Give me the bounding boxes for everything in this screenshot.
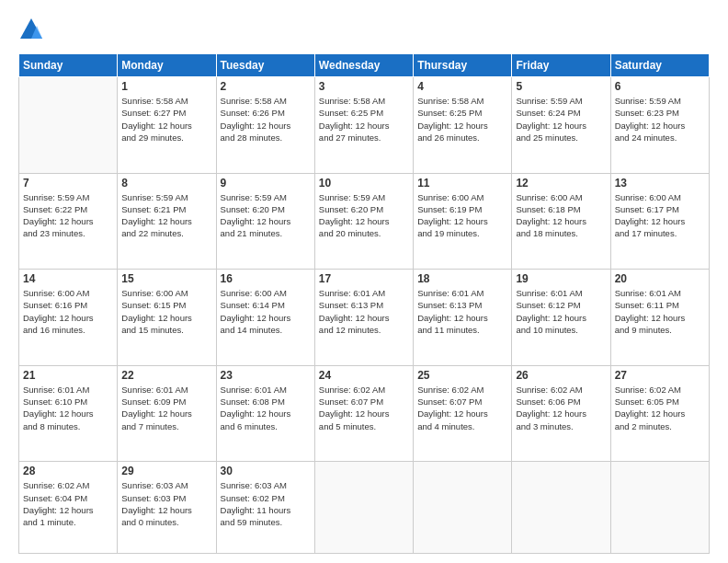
header [18, 17, 710, 42]
day-info: Sunrise: 6:00 AM Sunset: 6:19 PM Dayligh… [417, 191, 507, 240]
day-number: 7 [23, 177, 113, 190]
calendar-cell: 13Sunrise: 6:00 AM Sunset: 6:17 PM Dayli… [610, 173, 709, 270]
calendar-week-row: 1Sunrise: 5:58 AM Sunset: 6:27 PM Daylig… [19, 77, 710, 174]
day-info: Sunrise: 6:02 AM Sunset: 6:07 PM Dayligh… [319, 384, 409, 432]
day-number: 1 [121, 80, 211, 93]
day-info: Sunrise: 5:59 AM Sunset: 6:21 PM Dayligh… [121, 191, 211, 240]
day-info: Sunrise: 6:00 AM Sunset: 6:18 PM Dayligh… [516, 191, 606, 240]
day-number: 13 [615, 177, 705, 190]
day-info: Sunrise: 5:59 AM Sunset: 6:23 PM Dayligh… [615, 95, 705, 144]
day-info: Sunrise: 6:03 AM Sunset: 6:02 PM Dayligh… [221, 479, 311, 528]
calendar-cell: 17Sunrise: 6:01 AM Sunset: 6:13 PM Dayli… [314, 270, 413, 366]
calendar-cell: 30Sunrise: 6:03 AM Sunset: 6:02 PM Dayli… [216, 462, 314, 554]
day-number: 15 [121, 272, 211, 285]
calendar-cell: 11Sunrise: 6:00 AM Sunset: 6:19 PM Dayli… [414, 173, 512, 270]
day-info: Sunrise: 6:02 AM Sunset: 6:05 PM Dayligh… [615, 384, 705, 432]
calendar-cell [610, 462, 709, 554]
calendar-cell: 23Sunrise: 6:01 AM Sunset: 6:08 PM Dayli… [216, 365, 314, 462]
day-number: 30 [221, 465, 311, 477]
logo [18, 17, 48, 42]
day-info: Sunrise: 5:58 AM Sunset: 6:25 PM Dayligh… [417, 95, 507, 144]
day-number: 2 [221, 80, 311, 93]
day-info: Sunrise: 6:01 AM Sunset: 6:08 PM Dayligh… [221, 384, 311, 432]
day-info: Sunrise: 6:00 AM Sunset: 6:14 PM Dayligh… [221, 287, 311, 336]
calendar-cell: 22Sunrise: 6:01 AM Sunset: 6:09 PM Dayli… [118, 365, 216, 462]
calendar-cell: 20Sunrise: 6:01 AM Sunset: 6:11 PM Dayli… [610, 270, 709, 366]
day-number: 21 [23, 369, 113, 382]
day-number: 3 [319, 80, 409, 93]
calendar-cell: 14Sunrise: 6:00 AM Sunset: 6:16 PM Dayli… [19, 270, 118, 366]
day-number: 14 [23, 272, 113, 285]
calendar-week-row: 7Sunrise: 5:59 AM Sunset: 6:22 PM Daylig… [19, 173, 710, 270]
calendar-cell: 24Sunrise: 6:02 AM Sunset: 6:07 PM Dayli… [314, 365, 413, 462]
day-info: Sunrise: 5:59 AM Sunset: 6:20 PM Dayligh… [319, 191, 409, 240]
day-info: Sunrise: 5:58 AM Sunset: 6:25 PM Dayligh… [319, 95, 409, 144]
day-info: Sunrise: 6:01 AM Sunset: 6:13 PM Dayligh… [319, 287, 409, 336]
day-number: 10 [319, 177, 409, 190]
day-info: Sunrise: 6:00 AM Sunset: 6:17 PM Dayligh… [615, 191, 705, 240]
calendar-cell: 21Sunrise: 6:01 AM Sunset: 6:10 PM Dayli… [19, 365, 118, 462]
logo-icon [18, 17, 44, 42]
day-number: 5 [516, 80, 606, 93]
day-info: Sunrise: 5:59 AM Sunset: 6:22 PM Dayligh… [23, 191, 113, 240]
day-number: 20 [615, 272, 705, 285]
calendar-cell: 2Sunrise: 5:58 AM Sunset: 6:26 PM Daylig… [216, 77, 314, 174]
calendar-cell: 19Sunrise: 6:01 AM Sunset: 6:12 PM Dayli… [512, 270, 610, 366]
day-number: 12 [516, 177, 606, 190]
calendar-week-row: 21Sunrise: 6:01 AM Sunset: 6:10 PM Dayli… [19, 365, 710, 462]
day-info: Sunrise: 5:58 AM Sunset: 6:26 PM Dayligh… [221, 95, 311, 144]
day-header-saturday: Saturday [610, 54, 709, 77]
day-header-thursday: Thursday [414, 54, 512, 77]
day-info: Sunrise: 6:02 AM Sunset: 6:07 PM Dayligh… [417, 384, 507, 432]
calendar-cell: 7Sunrise: 5:59 AM Sunset: 6:22 PM Daylig… [19, 173, 118, 270]
calendar-header-row: SundayMondayTuesdayWednesdayThursdayFrid… [19, 54, 710, 77]
calendar-week-row: 14Sunrise: 6:00 AM Sunset: 6:16 PM Dayli… [19, 270, 710, 366]
page: SundayMondayTuesdayWednesdayThursdayFrid… [0, 0, 728, 563]
calendar-cell: 29Sunrise: 6:03 AM Sunset: 6:03 PM Dayli… [118, 462, 216, 554]
calendar: SundayMondayTuesdayWednesdayThursdayFrid… [18, 53, 710, 554]
calendar-cell: 8Sunrise: 5:59 AM Sunset: 6:21 PM Daylig… [118, 173, 216, 270]
day-info: Sunrise: 5:59 AM Sunset: 6:24 PM Dayligh… [516, 95, 606, 144]
day-number: 8 [121, 177, 211, 190]
calendar-cell: 6Sunrise: 5:59 AM Sunset: 6:23 PM Daylig… [610, 77, 709, 174]
day-info: Sunrise: 6:00 AM Sunset: 6:16 PM Dayligh… [23, 287, 113, 336]
day-header-monday: Monday [118, 54, 216, 77]
day-info: Sunrise: 5:58 AM Sunset: 6:27 PM Dayligh… [121, 95, 211, 144]
day-number: 19 [516, 272, 606, 285]
calendar-cell: 5Sunrise: 5:59 AM Sunset: 6:24 PM Daylig… [512, 77, 610, 174]
day-number: 18 [417, 272, 507, 285]
day-number: 23 [221, 369, 311, 382]
day-number: 6 [615, 80, 705, 93]
day-number: 25 [417, 369, 507, 382]
day-info: Sunrise: 6:03 AM Sunset: 6:03 PM Dayligh… [121, 479, 211, 528]
day-number: 22 [121, 369, 211, 382]
day-info: Sunrise: 6:01 AM Sunset: 6:12 PM Dayligh… [516, 287, 606, 336]
calendar-cell: 26Sunrise: 6:02 AM Sunset: 6:06 PM Dayli… [512, 365, 610, 462]
day-number: 29 [121, 465, 211, 477]
day-info: Sunrise: 6:00 AM Sunset: 6:15 PM Dayligh… [121, 287, 211, 336]
calendar-cell [314, 462, 413, 554]
day-info: Sunrise: 6:02 AM Sunset: 6:04 PM Dayligh… [23, 479, 113, 528]
day-info: Sunrise: 6:01 AM Sunset: 6:11 PM Dayligh… [615, 287, 705, 336]
calendar-cell: 12Sunrise: 6:00 AM Sunset: 6:18 PM Dayli… [512, 173, 610, 270]
day-header-sunday: Sunday [19, 54, 118, 77]
day-number: 16 [221, 272, 311, 285]
day-info: Sunrise: 5:59 AM Sunset: 6:20 PM Dayligh… [221, 191, 311, 240]
calendar-week-row: 28Sunrise: 6:02 AM Sunset: 6:04 PM Dayli… [19, 462, 710, 554]
calendar-cell: 3Sunrise: 5:58 AM Sunset: 6:25 PM Daylig… [314, 77, 413, 174]
calendar-cell: 1Sunrise: 5:58 AM Sunset: 6:27 PM Daylig… [118, 77, 216, 174]
day-number: 4 [417, 80, 507, 93]
day-number: 27 [615, 369, 705, 382]
calendar-cell: 28Sunrise: 6:02 AM Sunset: 6:04 PM Dayli… [19, 462, 118, 554]
day-number: 26 [516, 369, 606, 382]
calendar-cell: 4Sunrise: 5:58 AM Sunset: 6:25 PM Daylig… [414, 77, 512, 174]
calendar-cell: 9Sunrise: 5:59 AM Sunset: 6:20 PM Daylig… [216, 173, 314, 270]
day-number: 11 [417, 177, 507, 190]
calendar-cell [512, 462, 610, 554]
calendar-cell: 16Sunrise: 6:00 AM Sunset: 6:14 PM Dayli… [216, 270, 314, 366]
calendar-cell: 27Sunrise: 6:02 AM Sunset: 6:05 PM Dayli… [610, 365, 709, 462]
day-header-tuesday: Tuesday [216, 54, 314, 77]
calendar-cell: 18Sunrise: 6:01 AM Sunset: 6:13 PM Dayli… [414, 270, 512, 366]
calendar-cell: 10Sunrise: 5:59 AM Sunset: 6:20 PM Dayli… [314, 173, 413, 270]
day-number: 24 [319, 369, 409, 382]
